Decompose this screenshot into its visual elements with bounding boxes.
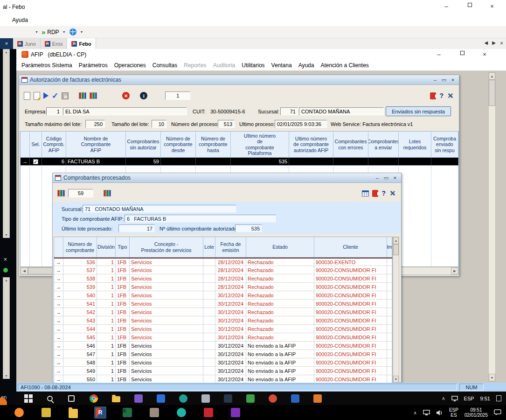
proc-grid-row[interactable]: →54011FBServicios30/12/2024Rechazado9000…: [54, 291, 392, 300]
afip-menu-par-metros-sistema[interactable]: Parámetros Sistema: [18, 60, 76, 70]
notes-app-icon[interactable]: [229, 406, 242, 419]
proc-grid-row[interactable]: →54711FBServicios30/12/2024No enviado a …: [54, 350, 392, 358]
task-view-button[interactable]: [66, 393, 77, 404]
keyboard-lang-indicator[interactable]: ESP ES: [449, 407, 458, 418]
scroll-up-icon[interactable]: ▲: [5, 50, 8, 54]
proc-grid-row[interactable]: →53611FBServicios28/12/2024Rechazado9000…: [54, 258, 392, 266]
proc-grid-row[interactable]: →54111FBServicios30/12/2024Rechazado9000…: [54, 300, 392, 308]
session-tab-eros[interactable]: REros: [41, 38, 68, 49]
notification-bubble-icon[interactable]: [494, 409, 501, 416]
dock-close-icon[interactable]: ×: [4, 256, 7, 263]
afip-menu-operaciones[interactable]: Operaciones: [111, 60, 149, 70]
scroll-down-icon[interactable]: ▼: [5, 374, 8, 378]
afip-close-button[interactable]: ×: [477, 51, 492, 58]
dock-scrollbar[interactable]: ▲ ▼: [3, 49, 10, 238]
afip-menu-reportes[interactable]: Reportes: [180, 60, 210, 70]
lote-size-field[interactable]: 10: [152, 120, 166, 128]
file-explorer-icon[interactable]: [67, 406, 79, 420]
proc-grid-row[interactable]: →54811FBServicios30/12/2024No enviado a …: [54, 358, 392, 367]
tab-close-icon[interactable]: ×: [500, 40, 503, 47]
grid-export-icon[interactable]: [57, 190, 65, 196]
auth-grid-row[interactable]: →✓6FACTURAS B59535: [21, 158, 458, 166]
proc-vscrollbar[interactable]: ▲ ▼: [393, 237, 399, 383]
host-minimize-button[interactable]: –: [439, 3, 454, 10]
scroll-up-icon[interactable]: ▲: [393, 237, 399, 244]
proc-window-titlebar[interactable]: Comprobantes procesados – ▭ ×: [53, 173, 401, 183]
session-tab-febo[interactable]: RFebo: [67, 38, 96, 49]
proc-grid-row[interactable]: →55011FBServicios30/12/2024No enviado a …: [54, 375, 392, 383]
chevron-down-icon[interactable]: ▼: [35, 30, 38, 34]
app-icon-1[interactable]: [133, 393, 144, 404]
run-process-icon[interactable]: [43, 92, 49, 99]
connect-arrows-icon[interactable]: »: [42, 28, 45, 36]
scrollbar-thumb[interactable]: [393, 244, 399, 255]
action-center-icon[interactable]: [496, 395, 501, 401]
media-app-icon[interactable]: [175, 406, 187, 419]
maximize-button[interactable]: ▭: [382, 175, 390, 181]
scrollbar-thumb[interactable]: [489, 80, 495, 106]
tray-expand-icon[interactable]: ∧: [414, 410, 417, 415]
app-icon-3[interactable]: [200, 393, 211, 404]
scroll-right-icon[interactable]: ▶: [451, 267, 458, 274]
close-button[interactable]: ×: [449, 77, 457, 83]
process-counter-field[interactable]: 1: [165, 91, 190, 100]
dock-scrollbar[interactable]: ▲ ▼: [3, 277, 10, 379]
scroll-up-icon[interactable]: ▲: [5, 279, 8, 282]
firefox-icon[interactable]: [13, 406, 25, 419]
maximize-button[interactable]: ▭: [440, 77, 448, 83]
app-icon-5[interactable]: [245, 393, 256, 404]
empresa-code-field[interactable]: 1: [46, 107, 62, 115]
proc-grid[interactable]: Número de comprobanteDivisiónTipoConcept…: [54, 237, 393, 383]
proc-grid-row[interactable]: →53811FBServicios28/12/2024Rechazado9000…: [54, 274, 392, 283]
utility-app-icon[interactable]: [40, 406, 52, 419]
start-button[interactable]: [23, 393, 34, 404]
empresa-name-field[interactable]: EL DIA SA: [63, 107, 187, 115]
tools-icon[interactable]: [447, 92, 454, 99]
excel-icon[interactable]: X: [121, 406, 133, 419]
mdi-vscrollbar[interactable]: ▲ ▼: [488, 72, 496, 382]
display-icon[interactable]: [451, 396, 458, 401]
proc-grid-row[interactable]: →54211FBServicios30/12/2024Rechazado9000…: [54, 308, 392, 316]
tray-expand-icon[interactable]: ∧: [442, 396, 445, 401]
exit-icon[interactable]: [430, 92, 436, 99]
app-icon-6[interactable]: [267, 393, 278, 404]
scroll-down-icon[interactable]: ▼: [489, 374, 495, 381]
tab-scroll-right-icon[interactable]: ▶: [492, 40, 496, 47]
clock-label[interactable]: 9:51: [480, 396, 490, 401]
afip-restore-button[interactable]: [455, 49, 470, 56]
scroll-up-icon[interactable]: ▲: [489, 72, 495, 80]
keyboard-lang-label[interactable]: ESP: [464, 396, 474, 401]
scroll-down-icon[interactable]: ▼: [5, 233, 8, 237]
exit-icon[interactable]: [372, 190, 378, 197]
session-tab-juno[interactable]: RJuno: [13, 38, 41, 49]
rdp-menu-label[interactable]: RDP: [47, 29, 59, 35]
image-app-icon[interactable]: [148, 406, 160, 419]
afip-menu-auditoria[interactable]: Auditoria: [210, 60, 238, 70]
grid-export-icon[interactable]: [90, 92, 97, 99]
app-icon-4[interactable]: [222, 393, 234, 404]
chevron-down-icon[interactable]: ▼: [62, 30, 66, 34]
file-explorer-icon[interactable]: [111, 393, 122, 404]
sucursal-code-field[interactable]: 71: [280, 107, 298, 115]
help-icon[interactable]: ?: [381, 189, 386, 197]
network-icon[interactable]: [423, 410, 430, 416]
proc-grid-row[interactable]: →53711FBServicios28/12/2024Rechazado9000…: [54, 266, 392, 274]
afip-menu-utilitarios[interactable]: Utilitarios: [238, 60, 268, 70]
proc-grid-row[interactable]: →54411FBServicios30/12/2024Rechazado9000…: [54, 325, 392, 333]
cancel-icon[interactable]: ✕: [122, 92, 130, 99]
afip-menu-ventana[interactable]: Ventana: [268, 60, 295, 70]
app-icon-8[interactable]: [312, 393, 323, 404]
minimize-button[interactable]: –: [374, 175, 381, 181]
scroll-left-icon[interactable]: ◀: [21, 267, 28, 274]
ultimo-proceso-field[interactable]: 02/01/2025 9:03:36: [275, 120, 327, 128]
afip-menu-ayuda[interactable]: Ayuda: [295, 60, 318, 70]
help-icon[interactable]: ?: [439, 92, 444, 99]
minimize-button[interactable]: –: [431, 77, 439, 83]
tab-scroll-left-icon[interactable]: ◀: [485, 40, 488, 47]
host-menu-ayuda[interactable]: Ayuda: [12, 17, 28, 23]
save-icon[interactable]: [62, 92, 69, 99]
proc-grid-row[interactable]: →54611FBServicios30/12/2024No enviado a …: [54, 342, 392, 350]
sucursal-name-field[interactable]: CONTADO MAÑANA: [299, 107, 384, 115]
new-document-icon[interactable]: [24, 92, 30, 100]
app-icon-2[interactable]: [155, 393, 166, 404]
